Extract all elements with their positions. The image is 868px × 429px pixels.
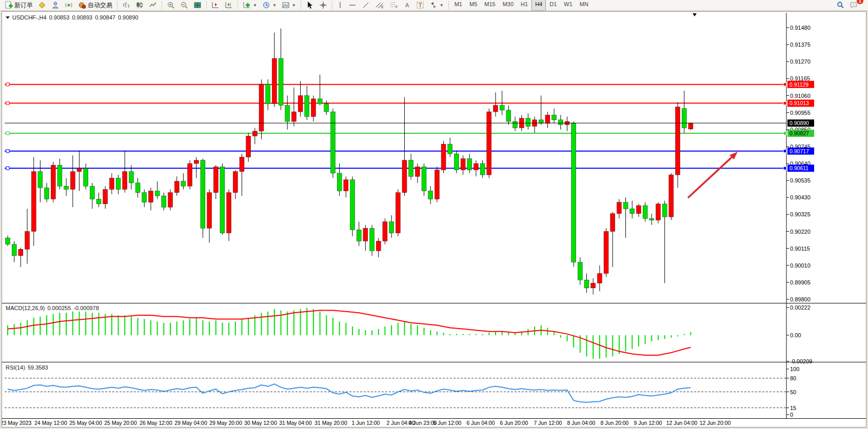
- svg-text:0.90325: 0.90325: [790, 211, 811, 217]
- chevron-down-icon: ▼: [292, 3, 296, 8]
- chart-window[interactable]: 0.914800.913750.912700.911650.910600.909…: [2, 11, 866, 427]
- fibonacci-button[interactable]: F: [387, 0, 401, 11]
- chart-shift-icon: [211, 1, 220, 9]
- market-watch-button[interactable]: [35, 0, 49, 11]
- svg-text:26 May 12:00: 26 May 12:00: [140, 420, 172, 426]
- horizontal-lines-layer[interactable]: [5, 83, 786, 170]
- rsi-panel: 1008050150: [5, 366, 799, 418]
- macd-panel: 0.002220.00-0.00209: [2, 303, 866, 419]
- price-axis[interactable]: 0.914800.913750.912700.911650.910600.909…: [786, 13, 811, 418]
- svg-text:A: A: [405, 2, 409, 8]
- trendline-button[interactable]: [359, 0, 372, 11]
- svg-text:15: 15: [790, 405, 796, 411]
- bar-chart-button[interactable]: [120, 0, 133, 11]
- svg-text:29 May 04:00: 29 May 04:00: [174, 420, 207, 426]
- zoom-in-button[interactable]: [164, 0, 177, 11]
- notification-badge: 1: [857, 0, 863, 4]
- svg-text:0.89800: 0.89800: [790, 296, 811, 302]
- trendline-icon: [362, 1, 370, 9]
- cursor-button[interactable]: [303, 0, 317, 11]
- tile-windows-button[interactable]: [191, 0, 204, 11]
- svg-text:23 May 2023: 23 May 2023: [2, 420, 32, 426]
- timeframe-button-d1[interactable]: D1: [546, 0, 560, 11]
- equidistant-channel-icon: E: [375, 1, 384, 9]
- macd-signal-line: [8, 310, 691, 355]
- vertical-line-button[interactable]: [334, 0, 346, 11]
- search-button[interactable]: [834, 0, 847, 11]
- zoom-out-button[interactable]: [177, 0, 191, 11]
- chart-shift-button[interactable]: [209, 0, 222, 11]
- timeframe-button-m5[interactable]: M5: [466, 0, 481, 11]
- toolbar-separator: [162, 1, 162, 9]
- timeframe-button-m30[interactable]: M30: [499, 0, 517, 11]
- navigator-button[interactable]: [49, 0, 62, 11]
- arrows-button[interactable]: ▼: [427, 0, 446, 11]
- svg-text:31 May 04:00: 31 May 04:00: [279, 420, 312, 426]
- timeframe-button-mn[interactable]: MN: [576, 0, 592, 11]
- bar-chart-icon: [122, 1, 130, 9]
- line-anchor: [6, 101, 9, 105]
- svg-text:0.91375: 0.91375: [790, 42, 811, 48]
- timeframe-button-m1[interactable]: M1: [451, 0, 466, 11]
- line-axis-anchor: [783, 167, 786, 170]
- templates-button[interactable]: ▼: [279, 0, 299, 11]
- line-anchor: [6, 132, 9, 135]
- crosshair-button[interactable]: [317, 0, 330, 11]
- line-axis-anchor: [783, 132, 786, 135]
- fibonacci-icon: F: [389, 1, 399, 9]
- chevron-down-icon: ▼: [272, 3, 277, 8]
- svg-text:31 May 20:00: 31 May 20:00: [314, 420, 347, 426]
- text-button[interactable]: A: [401, 0, 413, 11]
- horizontal-line-icon: [348, 1, 357, 9]
- svg-text:9 Jun 12:00: 9 Jun 12:00: [634, 420, 662, 426]
- toolbar-separator: [117, 1, 117, 9]
- line-chart-button[interactable]: [146, 0, 160, 11]
- time-axis[interactable]: 23 May 202324 May 12:0025 May 04:0025 Ma…: [2, 420, 731, 426]
- svg-text:0.90717: 0.90717: [790, 148, 809, 154]
- periods-button[interactable]: ▼: [260, 0, 279, 11]
- chevron-down-icon: ▼: [440, 3, 444, 8]
- timeframe-button-w1[interactable]: W1: [560, 0, 576, 11]
- candlestick-icon: [135, 1, 144, 9]
- horizontal-line-button[interactable]: [346, 0, 359, 11]
- arrows-shapes-icon: [429, 1, 438, 9]
- svg-text:0.90535: 0.90535: [790, 177, 811, 183]
- new-order-button[interactable]: 新订单: [2, 0, 35, 11]
- clock-icon: [262, 1, 270, 9]
- auto-scroll-icon: [225, 1, 233, 9]
- svg-text:12 Jun 20:00: 12 Jun 20:00: [700, 420, 731, 426]
- candlestick-chart-button[interactable]: [133, 0, 146, 11]
- autotrading-button[interactable]: 自动交易: [75, 0, 115, 11]
- current-price-line: [5, 13, 786, 123]
- symbol-dropdown-icon[interactable]: [6, 16, 10, 19]
- indicators-icon: [243, 1, 251, 9]
- svg-text:E: E: [381, 5, 384, 9]
- svg-text:T: T: [419, 3, 422, 8]
- text-label-button[interactable]: T: [413, 0, 427, 11]
- svg-text:100: 100: [790, 366, 799, 372]
- candles-layer: [6, 29, 693, 295]
- svg-text:0.90955: 0.90955: [790, 110, 811, 116]
- svg-text:-0.00209: -0.00209: [790, 358, 812, 364]
- svg-text:25 May 04:00: 25 May 04:00: [69, 420, 102, 426]
- chat-button[interactable]: 1: [847, 0, 861, 11]
- auto-scroll-button[interactable]: [222, 0, 235, 11]
- indicators-button[interactable]: ▼: [240, 0, 260, 11]
- channel-button[interactable]: E: [372, 0, 387, 11]
- autotrading-label: 自动交易: [88, 1, 112, 10]
- arrow-annotation[interactable]: [688, 152, 738, 198]
- svg-text:0.90890: 0.90890: [790, 120, 809, 126]
- timeframe-button-m15[interactable]: M15: [481, 0, 499, 11]
- svg-text:0.91013: 0.91013: [790, 100, 809, 106]
- main-toolbar: 新订单 自动交易: [0, 0, 868, 11]
- line-anchor: [6, 167, 9, 170]
- toolbar-separator: [238, 1, 238, 9]
- timeframe-button-h1[interactable]: H1: [517, 0, 531, 11]
- svg-text:0.00: 0.00: [790, 332, 801, 338]
- text-icon: A: [404, 1, 411, 9]
- terminal-button[interactable]: [62, 0, 75, 11]
- chart-canvas[interactable]: 0.914800.913750.912700.911650.910600.909…: [2, 12, 866, 427]
- timeframe-button-h4[interactable]: H4: [531, 0, 546, 11]
- svg-text:0.90611: 0.90611: [790, 165, 808, 171]
- macd-indicator-label: MACD(12,26,9) 0.000255 -0.000978: [6, 305, 99, 311]
